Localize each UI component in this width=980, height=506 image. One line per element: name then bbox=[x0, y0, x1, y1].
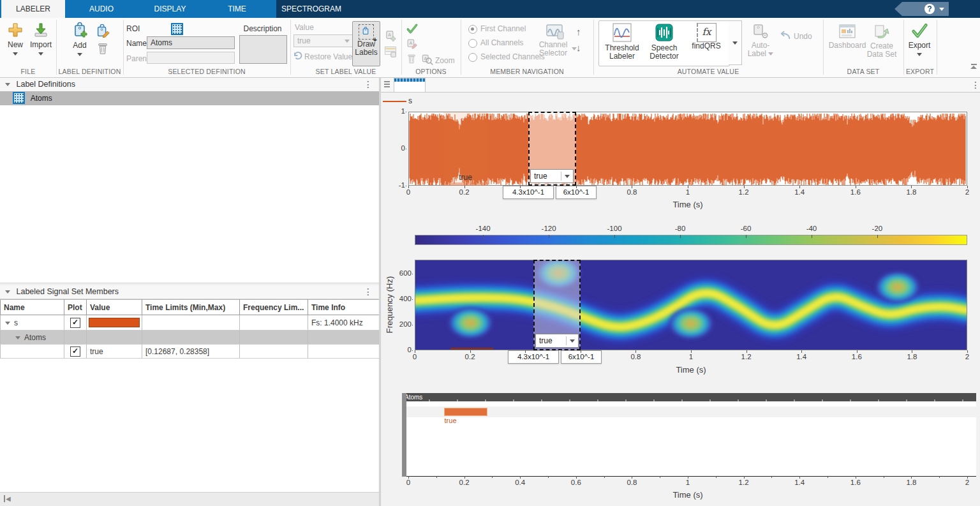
zoom-tag-icon: A bbox=[421, 54, 433, 68]
tick-label: 1.6 bbox=[847, 353, 866, 361]
trash-gray-icon bbox=[406, 57, 417, 66]
tick-label: 0.2 bbox=[455, 188, 474, 196]
table-row-atoms-group[interactable]: Atoms bbox=[1, 331, 380, 345]
gallery-expand-button[interactable] bbox=[729, 20, 742, 65]
tick-label: 1.2 bbox=[734, 479, 754, 486]
plot-checkbox[interactable]: ✓ bbox=[70, 318, 80, 328]
figure-menu-icon[interactable]: ⋮ bbox=[971, 80, 980, 89]
tab-audio[interactable]: AUDIO bbox=[66, 0, 137, 18]
ribbon: New Import FILE Add LABEL DEFINITION ROI… bbox=[0, 18, 980, 78]
tab-display[interactable]: DISPLAY bbox=[137, 0, 203, 18]
tick-label: 0 bbox=[386, 144, 405, 152]
delete-label-definition-button[interactable] bbox=[96, 41, 110, 57]
auto-label-button: ⚙ Auto-Label bbox=[745, 23, 776, 58]
label-track-body[interactable] bbox=[406, 401, 976, 477]
spectrogram-axes[interactable] bbox=[415, 260, 967, 350]
collapse-triangle-icon[interactable] bbox=[5, 83, 10, 86]
section-label-data-set: DATA SET bbox=[823, 68, 903, 75]
col-time-limits[interactable]: Time Limits (Min,Max) bbox=[142, 300, 240, 315]
tick-label: -20 bbox=[865, 225, 890, 232]
label-definition-item-atoms[interactable]: Atoms bbox=[0, 91, 379, 105]
members-menu-icon[interactable]: ⋮ bbox=[364, 287, 373, 296]
tick-mark bbox=[716, 476, 716, 478]
table-horizontal-scrollbar[interactable]: ◀ bbox=[0, 492, 379, 506]
accept-button[interactable] bbox=[406, 22, 419, 37]
next-member-arrow-icon[interactable]: ↓ bbox=[576, 42, 581, 53]
col-name[interactable]: Name bbox=[1, 300, 64, 315]
table-row-atoms-instance[interactable]: ✓ true [0.12687, 0.28358] bbox=[1, 345, 380, 359]
roi-start-editbox-spectrogram[interactable]: 4.3x10^-1 bbox=[508, 350, 559, 364]
tick-mark bbox=[436, 476, 437, 478]
roi-value-dropdown-spectrogram[interactable]: true bbox=[535, 334, 579, 348]
plot-checkbox[interactable]: ✓ bbox=[70, 346, 80, 357]
track-label-bar[interactable] bbox=[444, 408, 488, 416]
label-definitions-header: Label Definitions ⋮ bbox=[0, 78, 379, 92]
spectrogram-xlabel: Time (s) bbox=[627, 365, 755, 375]
import-button[interactable]: Import bbox=[28, 22, 54, 58]
row-expander-icon[interactable] bbox=[15, 336, 20, 339]
sample-rate-cell: Fs: 1.4000 kHz bbox=[308, 315, 380, 331]
figure-list-icon[interactable] bbox=[384, 81, 390, 87]
help-button[interactable]: ? bbox=[895, 2, 949, 16]
label-region-overlay[interactable]: true bbox=[443, 112, 487, 186]
tick-mark bbox=[771, 476, 772, 478]
sublabel-tag-icon: A bbox=[384, 34, 397, 43]
col-frequency-limits[interactable]: Frequency Lim... bbox=[240, 300, 308, 315]
scroll-to-start-icon[interactable]: ◀ bbox=[4, 495, 11, 502]
col-value[interactable]: Value bbox=[87, 300, 142, 315]
collapse-triangle-icon[interactable] bbox=[5, 290, 10, 294]
export-caret[interactable] bbox=[917, 53, 922, 56]
previous-member-arrow-icon[interactable]: ↑ bbox=[576, 26, 581, 37]
tab-spectrogram[interactable]: SPECTROGRAM bbox=[276, 0, 346, 18]
tick-mark bbox=[680, 235, 681, 238]
draw-labels-button[interactable]: + DrawLabels bbox=[352, 21, 380, 66]
tab-labeler[interactable]: LABELER bbox=[1, 0, 65, 18]
spectrogram-colorbar[interactable] bbox=[415, 235, 967, 245]
waveform-axes[interactable] bbox=[408, 112, 967, 186]
edit-tag-icon bbox=[95, 32, 110, 41]
name-field[interactable]: Atoms bbox=[147, 36, 235, 49]
threshold-labeler-button[interactable]: ThresholdLabeler bbox=[602, 23, 642, 61]
tick-mark bbox=[812, 235, 812, 238]
tick-mark bbox=[660, 476, 660, 478]
add-label-definition-button[interactable]: Add bbox=[66, 22, 93, 59]
description-field[interactable] bbox=[239, 35, 287, 64]
tick-label: -140 bbox=[470, 225, 496, 232]
roi-end-editbox-spectrogram[interactable]: 6x10^-1 bbox=[561, 350, 602, 364]
tick-mark bbox=[746, 235, 746, 238]
add-caret[interactable] bbox=[77, 53, 82, 56]
waveform-xlabel: Time (s) bbox=[624, 200, 752, 209]
speech-detector-button[interactable]: SpeechDetector bbox=[644, 23, 684, 61]
section-label-export: EXPORT bbox=[903, 68, 937, 75]
col-time-info[interactable]: Time Info bbox=[308, 300, 380, 315]
tick-label: 0.8 bbox=[622, 188, 641, 196]
label-track-header[interactable]: Atoms bbox=[402, 393, 976, 401]
roi-start-editbox-waveform[interactable]: 4.3x10^-1 bbox=[503, 186, 554, 199]
row-expander-icon[interactable] bbox=[5, 322, 10, 325]
tick-label: -1 bbox=[386, 181, 405, 189]
tick-label: 0.6 bbox=[567, 479, 586, 486]
create-data-set-button: CreateData Set bbox=[865, 24, 898, 59]
export-button[interactable]: Export bbox=[905, 22, 934, 59]
check-icon bbox=[406, 28, 419, 37]
minimize-ribbon-button[interactable] bbox=[969, 64, 978, 69]
new-button[interactable]: New bbox=[4, 22, 27, 58]
create-data-set-icon bbox=[873, 33, 890, 42]
help-dropdown-caret[interactable] bbox=[939, 8, 944, 11]
label-definitions-menu-icon[interactable]: ⋮ bbox=[364, 80, 373, 89]
col-plot[interactable]: Plot bbox=[64, 300, 87, 315]
delete-label-value-button bbox=[406, 53, 417, 66]
help-icon[interactable]: ? bbox=[924, 4, 935, 14]
tick-mark bbox=[412, 350, 413, 351]
table-row-signal-s[interactable]: s ✓ Fs: 1.4000 kHz bbox=[1, 315, 380, 331]
signal-figure-tab[interactable] bbox=[394, 78, 426, 92]
tick-label: 1.4 bbox=[792, 353, 811, 361]
roi-value-dropdown-waveform[interactable]: true bbox=[530, 169, 574, 183]
tick-label: 1.2 bbox=[737, 353, 756, 361]
track-xlabel: Time (s) bbox=[624, 490, 752, 500]
new-caret[interactable] bbox=[13, 52, 18, 56]
tab-time[interactable]: TIME bbox=[203, 0, 271, 18]
import-caret[interactable] bbox=[38, 52, 43, 56]
findqrs-button[interactable]: fx findQRS bbox=[687, 23, 726, 50]
edit-label-definition-button[interactable] bbox=[95, 24, 110, 41]
